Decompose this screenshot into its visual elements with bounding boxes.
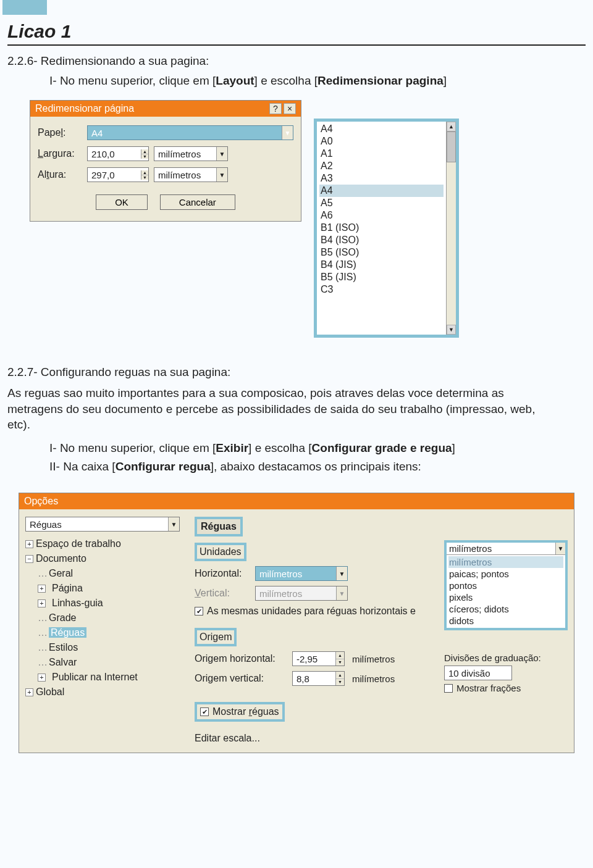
list-item[interactable]: A1 — [319, 148, 444, 160]
header-accent-bar — [2, 0, 47, 15]
section-226-heading: 2.2.6- Redimensionando a sua pagina: — [7, 54, 586, 68]
list-item[interactable]: A0 — [319, 135, 444, 148]
list-item[interactable]: B4 (JIS) — [319, 259, 444, 271]
list-item[interactable]: B1 (ISO) — [319, 222, 444, 234]
largura-label: Largura: — [38, 148, 87, 159]
dialog1-titlebar: Redimensionar página ? × — [30, 101, 301, 117]
tree-item-workspace[interactable]: Espaço de trabalho — [36, 536, 121, 551]
mostrar-fracoes-row[interactable]: Mostrar frações — [444, 683, 568, 693]
list-item[interactable]: C3 — [319, 283, 444, 296]
expand-icon[interactable]: + — [38, 674, 46, 682]
largura-input[interactable]: 210,0 ▲▼ — [87, 146, 149, 161]
divisoes-group: Divisões de graduação: 10 divisão Mostra… — [444, 653, 568, 693]
cancel-button[interactable]: Cancelar — [160, 194, 235, 210]
origem-h-input[interactable]: -2,95 ▲▼ — [292, 651, 345, 666]
checkbox-checked-icon[interactable]: ✔ — [200, 707, 209, 716]
tree-selector-combo[interactable]: Réguas ▼ — [25, 517, 180, 532]
checkbox-unchecked-icon[interactable] — [444, 684, 453, 693]
options-main-panel: Réguas Unidades Horizontal: milímetros ▼… — [195, 517, 568, 744]
divisoes-label: Divisões de graduação: — [444, 653, 568, 663]
scrollbar[interactable]: ▲ ▼ — [446, 122, 456, 335]
close-button[interactable]: × — [284, 103, 296, 114]
scroll-up-icon[interactable]: ▲ — [447, 122, 456, 131]
help-button[interactable]: ? — [269, 103, 282, 114]
section-227-paragraph: As reguas sao muito importantes para a s… — [7, 385, 556, 433]
unit-label: milímetros — [352, 654, 395, 664]
tree-item-publicar[interactable]: Publicar na Internet — [52, 670, 138, 685]
mostrar-fracoes-label: Mostrar frações — [456, 683, 521, 693]
title-rule — [7, 44, 586, 46]
papel-combo[interactable]: A4 ▼ — [87, 125, 293, 140]
list-item[interactable]: paicas; pontos — [448, 568, 563, 580]
tree-item-global[interactable]: Global — [36, 685, 64, 699]
list-item[interactable]: pontos — [448, 580, 563, 591]
list-item[interactable]: A3 — [319, 172, 444, 185]
list-item[interactable]: A4 — [319, 123, 444, 135]
options-titlebar: Opções — [19, 493, 574, 509]
origem-h-label: Origem horizontal: — [195, 653, 287, 664]
mostrar-reguas-checkbox-row[interactable]: ✔ Mostrar réguas — [195, 702, 285, 722]
unit-combo-head[interactable]: milímetros — [447, 543, 555, 554]
unit-label: milímetros — [352, 674, 395, 684]
dialog1-title: Redimensionar página — [35, 103, 134, 114]
editar-escala-link[interactable]: Editar escala... — [195, 733, 568, 744]
tree-item-estilos[interactable]: Estilos — [49, 642, 78, 653]
ok-button[interactable]: OK — [96, 194, 148, 210]
tree-item-pagina[interactable]: Página — [52, 581, 83, 596]
tree-item-salvar[interactable]: Salvar — [49, 657, 77, 667]
chevron-down-icon[interactable]: ▼ — [216, 147, 227, 161]
largura-unit-combo[interactable]: milímetros ▼ — [154, 146, 228, 161]
altura-unit-combo[interactable]: milímetros ▼ — [154, 167, 228, 182]
origem-v-input[interactable]: 8,8 ▲▼ — [292, 671, 345, 686]
scroll-down-icon[interactable]: ▼ — [447, 325, 456, 335]
altura-label: Altura: — [38, 169, 87, 180]
scroll-thumb[interactable] — [447, 131, 456, 162]
list-item[interactable]: A5 — [319, 197, 444, 209]
altura-input[interactable]: 297,0 ▲▼ — [87, 167, 149, 182]
chevron-down-icon[interactable]: ▼ — [555, 543, 565, 554]
chevron-down-icon[interactable]: ▼ — [336, 567, 347, 580]
same-units-label: As mesmas unidades para réguas horizonta… — [207, 606, 416, 617]
expand-icon[interactable]: + — [38, 599, 46, 607]
list-item[interactable]: A4 — [319, 185, 444, 197]
resize-page-dialog: Redimensionar página ? × Papel: A4 ▼ Lar… — [30, 100, 301, 222]
papel-label: Papel: — [38, 127, 87, 138]
tree-item-reguas[interactable]: Réguas — [49, 627, 86, 638]
divisoes-input[interactable]: 10 divisão — [444, 666, 512, 680]
horizontal-combo[interactable]: milímetros ▼ — [255, 566, 348, 581]
list-item[interactable]: B5 (ISO) — [319, 246, 444, 259]
panel-title: Réguas — [195, 517, 243, 536]
section-226-instruction: I- No menu superior, clique em [Layout] … — [49, 74, 586, 88]
chevron-down-icon[interactable]: ▼ — [216, 168, 227, 182]
tree-item-linhasguia[interactable]: Linhas-guia — [52, 596, 103, 611]
list-item[interactable]: milímetros — [448, 556, 563, 568]
tree-item-grade[interactable]: Grade — [49, 612, 76, 623]
vertical-combo: milímetros ▼ — [255, 586, 348, 601]
chevron-down-icon[interactable]: ▼ — [282, 126, 293, 140]
paper-size-listbox[interactable]: A4A0A1A2A3A4A5A6B1 (ISO)B4 (ISO)B5 (ISO)… — [314, 119, 459, 338]
section-227-item2: II- Na caixa [Configurar regua], abaixo … — [49, 459, 556, 475]
tree-item-document[interactable]: Documento — [36, 551, 86, 566]
origem-label: Origem — [195, 628, 237, 646]
list-item[interactable]: B5 (JIS) — [319, 271, 444, 283]
options-tree[interactable]: +Espaço de trabalho −Documento …Geral +P… — [25, 536, 180, 699]
mostrar-reguas-label: Mostrar réguas — [212, 706, 279, 717]
expand-icon[interactable]: + — [25, 688, 33, 696]
vertical-label: Vertical: — [195, 588, 250, 599]
list-item[interactable]: pixels — [448, 591, 563, 603]
checkbox-checked-icon[interactable]: ✔ — [195, 607, 203, 616]
chevron-down-icon[interactable]: ▼ — [168, 517, 179, 531]
dialog1-area: Redimensionar página ? × Papel: A4 ▼ Lar… — [30, 100, 561, 347]
chevron-down-icon: ▼ — [336, 586, 347, 600]
collapse-icon[interactable]: − — [25, 555, 33, 563]
list-item[interactable]: A2 — [319, 160, 444, 172]
expand-icon[interactable]: + — [38, 585, 46, 593]
list-item[interactable]: didots — [448, 615, 563, 627]
list-item[interactable]: A6 — [319, 209, 444, 222]
list-item[interactable]: B4 (ISO) — [319, 234, 444, 246]
unit-options-listbox[interactable]: milímetros ▼ milímetrospaicas; pontospon… — [444, 540, 568, 630]
list-item[interactable]: cíceros; didots — [448, 603, 563, 615]
options-dialog: Opções Réguas ▼ +Espaço de trabalho −Doc… — [19, 493, 574, 753]
tree-item-geral[interactable]: Geral — [49, 568, 73, 578]
expand-icon[interactable]: + — [25, 540, 33, 548]
